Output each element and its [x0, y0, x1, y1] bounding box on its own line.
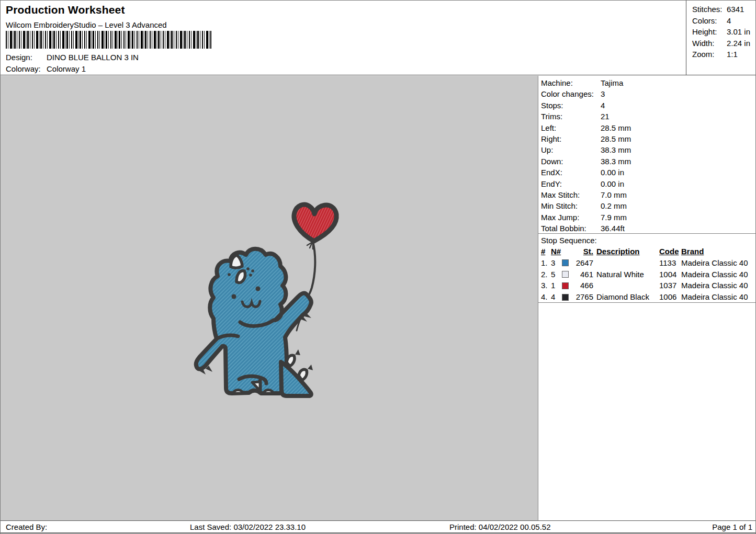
balloon-string — [306, 242, 315, 300]
nose-horn — [236, 271, 245, 283]
toenail-left — [233, 390, 243, 394]
info-row: Stops:4 — [538, 100, 756, 111]
info-row: Down:38.3 mm — [538, 156, 756, 167]
production-worksheet-page: Production Worksheet Wilcom EmbroiderySt… — [0, 0, 756, 534]
stop-sequence-row: 3. 1 466 1037 Madeira Classic 40 — [538, 280, 756, 291]
info-row: Max Stitch:7.0 mm — [538, 189, 756, 200]
colorway-row: Colorway:Colorway 1 — [6, 64, 86, 73]
colorway-value: Colorway 1 — [47, 64, 86, 73]
thread-color-swatch — [562, 271, 569, 278]
tail-spike-white-1 — [287, 355, 295, 366]
design-label: Design: — [6, 53, 47, 62]
summary-row: Colors:4 — [686, 15, 756, 27]
stop-sequence-row: 4. 4 2765 Diamond Black 1006 Madeira Cla… — [538, 291, 756, 303]
thread-color-swatch — [562, 294, 569, 301]
tail-spike-white-2 — [299, 369, 307, 380]
app-version-subtitle: Wilcom EmbroideryStudio – Level 3 Advanc… — [6, 20, 167, 29]
info-row: Max Jump:7.9 mm — [538, 212, 756, 223]
heart-balloon — [294, 204, 336, 241]
info-row: Color changes:3 — [538, 88, 756, 99]
header: Production Worksheet Wilcom EmbroiderySt… — [1, 1, 686, 75]
thread-color-swatch — [562, 259, 569, 266]
machine-info: Machine:Tajima Color changes:3 Stops:4 T… — [538, 76, 756, 234]
colorway-label: Colorway: — [6, 64, 47, 73]
design-barcode — [6, 31, 211, 49]
design-value: DINO BLUE BALLON 3 IN — [47, 53, 139, 62]
footer: Created By: Last Saved: 03/02/2022 23.33… — [1, 520, 756, 533]
summary-row: Stitches:6341 — [686, 4, 756, 15]
page-title: Production Worksheet — [6, 4, 125, 16]
stop-sequence-row: 1. 3 2647 1133 Madeira Classic 40 — [538, 257, 756, 269]
printed-label: Printed: 04/02/2022 00.05.52 — [449, 522, 551, 532]
info-row: EndX:0.00 in — [538, 167, 756, 178]
info-row: Trims:21 — [538, 111, 756, 122]
stop-sequence-header: # N# St. Description Code Brand — [538, 246, 756, 257]
info-row: Up:38.3 mm — [538, 144, 756, 155]
page-number: Page 1 of 1 — [712, 522, 752, 532]
summary-row: Zoom:1:1 — [686, 49, 756, 60]
machine-panel: Machine:Tajima Color changes:3 Stops:4 T… — [538, 76, 756, 520]
tail-spike-small-1 — [295, 349, 300, 355]
last-saved-label: Last Saved: 03/02/2022 23.33.10 — [190, 522, 306, 532]
created-by-label: Created By: — [6, 522, 47, 532]
toenail-right — [264, 390, 273, 394]
info-row: Min Stitch:0.2 mm — [538, 200, 756, 211]
info-row: Left:28.5 mm — [538, 122, 756, 133]
info-row: Machine:Tajima — [538, 77, 756, 88]
stop-sequence-row: 2. 5 461 Natural White 1004 Madeira Clas… — [538, 269, 756, 280]
design-canvas — [1, 76, 538, 520]
tail-spike-small-2 — [308, 365, 313, 370]
summary-row: Width:2.24 in — [686, 38, 756, 49]
dino-heart-balloon-design — [184, 189, 356, 408]
stop-sequence-section: Stop Sequence: # N# St. Description Code… — [538, 234, 756, 303]
stop-sequence-title: Stop Sequence: — [538, 235, 756, 246]
info-row: Right:28.5 mm — [538, 133, 756, 144]
dino-tail — [281, 362, 311, 396]
ear — [231, 255, 242, 268]
thread-color-swatch — [562, 282, 569, 289]
design-name-row: Design:DINO BLUE BALLON 3 IN — [6, 53, 139, 62]
balloon-tassels — [307, 242, 313, 249]
info-row: EndY:0.00 in — [538, 178, 756, 189]
design-summary-box: Stitches:6341 Colors:4 Height:3.01 in Wi… — [686, 1, 756, 75]
info-row: Total Bobbin:36.44ft — [538, 223, 756, 234]
summary-row: Height:3.01 in — [686, 26, 756, 38]
